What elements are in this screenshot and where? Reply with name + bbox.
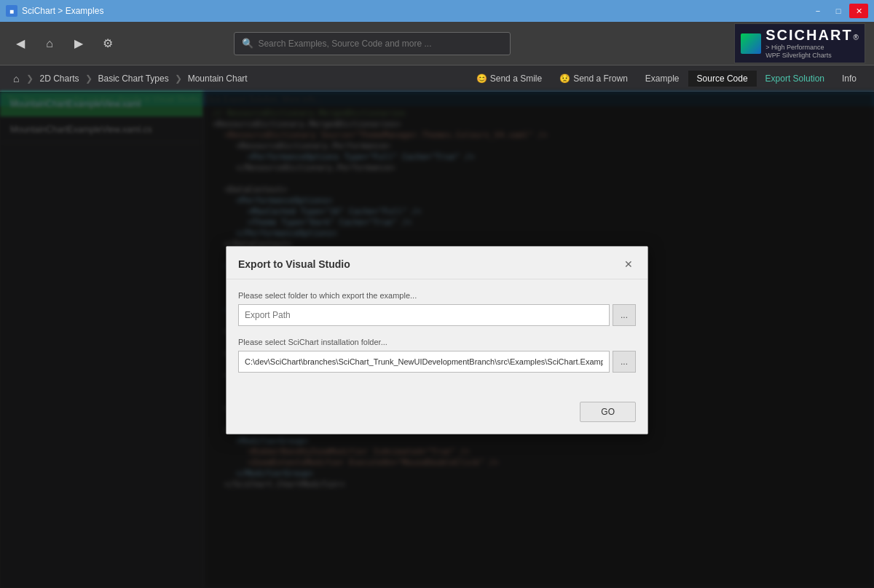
- folder-label: Please select folder to which export the…: [238, 291, 636, 300]
- breadcrumb-sep-3: ❯: [172, 74, 185, 84]
- logo-main-text: SCICHART: [765, 27, 852, 44]
- smile-icon: 😊: [476, 74, 487, 84]
- modal-title: Export to Visual Studio: [238, 258, 350, 270]
- forward-button[interactable]: ▶: [67, 32, 90, 55]
- breadcrumb-bar: ⌂ ❯ 2D Charts ❯ Basic Chart Types ❯ Moun…: [0, 65, 874, 92]
- logo-sub2: WPF Silverlight Charts: [765, 52, 859, 60]
- folder-form-group: Please select folder to which export the…: [238, 291, 636, 326]
- app-icon: ■: [6, 5, 17, 17]
- search-input[interactable]: [258, 39, 503, 49]
- title-bar-left: ■ SciChart > Examples: [6, 5, 103, 17]
- logo-sub1: > High Performance: [765, 44, 859, 52]
- export-solution-label: Export Solution: [765, 74, 824, 84]
- modal-header: Export to Visual Studio ✕: [227, 247, 647, 279]
- send-smile-button[interactable]: 😊 Send a Smile: [468, 71, 551, 87]
- search-icon: 🔍: [242, 38, 253, 49]
- logo-area: SCICHART ® > High Performance WPF Silver…: [734, 23, 865, 63]
- logo-text: SCICHART ® > High Performance WPF Silver…: [765, 27, 859, 60]
- home-button[interactable]: ⌂: [38, 32, 61, 55]
- send-smile-label: Send a Smile: [490, 74, 542, 84]
- title-bar-controls: − □ ✕: [808, 4, 868, 18]
- breadcrumb-sep-2: ❯: [82, 74, 95, 84]
- source-code-button[interactable]: Source Code: [688, 71, 757, 87]
- frown-icon: 😟: [559, 74, 570, 84]
- export-solution-button[interactable]: Export Solution: [757, 71, 833, 87]
- search-bar: 🔍: [234, 32, 511, 55]
- breadcrumb-basic-chart-types[interactable]: Basic Chart Types: [95, 74, 172, 84]
- breadcrumb-actions: 😊 Send a Smile 😟 Send a Frown Example So…: [468, 71, 865, 87]
- send-frown-label: Send a Frown: [573, 74, 628, 84]
- modal-close-button[interactable]: ✕: [621, 257, 636, 271]
- folder-input-row: ...: [238, 304, 636, 326]
- export-path-input[interactable]: [238, 304, 610, 326]
- logo-sup: ®: [854, 33, 859, 41]
- breadcrumb-sep-1: ❯: [23, 74, 36, 84]
- close-button[interactable]: ✕: [849, 4, 868, 18]
- go-button[interactable]: GO: [580, 402, 636, 422]
- back-button[interactable]: ◀: [9, 32, 32, 55]
- breadcrumb-mountain-chart[interactable]: Mountain Chart: [185, 74, 251, 84]
- title-bar: ■ SciChart > Examples − □ ✕: [0, 0, 874, 22]
- send-frown-button[interactable]: 😟 Send a Frown: [551, 71, 637, 87]
- minimize-button[interactable]: −: [808, 4, 827, 18]
- title-bar-text: SciChart > Examples: [22, 6, 103, 16]
- breadcrumb-home[interactable]: ⌂: [9, 73, 23, 84]
- install-label: Please select SciChart installation fold…: [238, 338, 636, 346]
- logo-box: SCICHART ® > High Performance WPF Silver…: [734, 23, 865, 63]
- export-modal: Export to Visual Studio ✕ Please select …: [226, 246, 648, 434]
- source-code-label: Source Code: [697, 74, 748, 84]
- info-button[interactable]: Info: [833, 71, 865, 87]
- settings-button[interactable]: ⚙: [96, 32, 119, 55]
- maximize-button[interactable]: □: [829, 4, 848, 18]
- example-label: Example: [645, 74, 680, 84]
- install-path-input[interactable]: [238, 351, 610, 373]
- main-area: Tip: You can open the solution directly …: [0, 92, 874, 588]
- info-label: Info: [842, 74, 857, 84]
- modal-overlay[interactable]: Export to Visual Studio ✕ Please select …: [0, 92, 874, 588]
- breadcrumb-2d-charts[interactable]: 2D Charts: [36, 74, 82, 84]
- example-button[interactable]: Example: [637, 71, 688, 87]
- toolbar: ◀ ⌂ ▶ ⚙ 🔍 SCICHART ® > High Performance …: [0, 22, 874, 65]
- folder-browse-button[interactable]: ...: [613, 304, 636, 326]
- install-input-row: ...: [238, 351, 636, 373]
- install-browse-button[interactable]: ...: [613, 351, 636, 373]
- modal-body: Please select folder to which export the…: [227, 279, 647, 396]
- modal-footer: GO: [227, 396, 647, 434]
- logo-icon: [741, 33, 761, 54]
- install-form-group: Please select SciChart installation fold…: [238, 338, 636, 373]
